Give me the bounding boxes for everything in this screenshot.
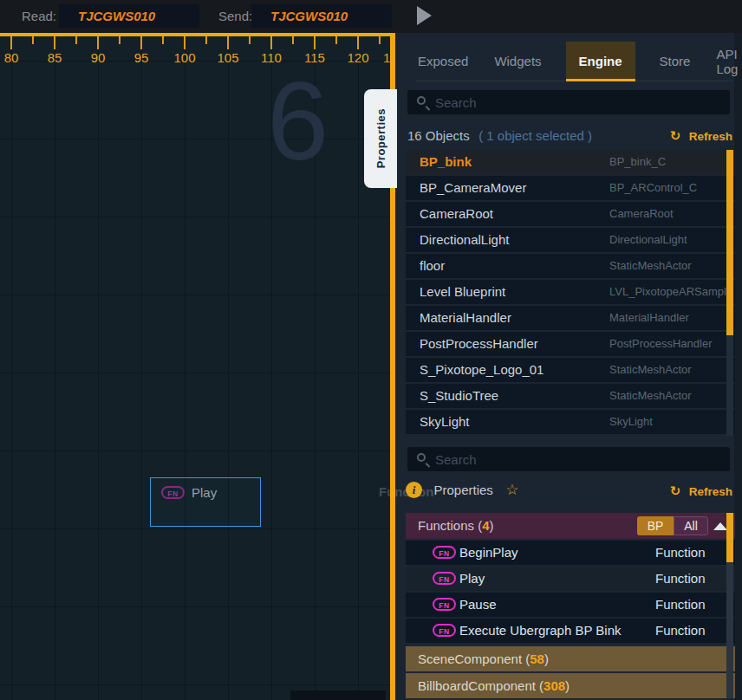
- object-row[interactable]: BP_bink BP_bink_C: [406, 150, 735, 174]
- read-input[interactable]: [59, 4, 199, 28]
- properties-scrollbar[interactable]: [726, 513, 733, 698]
- object-class: PostProcessHandler: [609, 337, 731, 350]
- object-name: PostProcessHandler: [420, 336, 538, 351]
- function-name: Play: [459, 571, 485, 586]
- fn-badge-icon: FN: [433, 598, 456, 611]
- refresh-label: Refresh: [689, 485, 732, 498]
- objects-search[interactable]: [407, 90, 730, 114]
- function-row[interactable]: FN Pause Function: [406, 593, 735, 617]
- object-name: floor: [420, 258, 445, 273]
- function-row[interactable]: FN BeginPlay Function: [406, 541, 735, 565]
- refresh-icon: ↻: [670, 483, 681, 499]
- viewport-border-top: [0, 33, 395, 36]
- ruler-label-clipped: 1: [383, 50, 390, 65]
- tab-engine[interactable]: Engine: [566, 42, 635, 81]
- object-class: CameraRoot: [609, 207, 731, 220]
- objects-refresh-button[interactable]: ↻ Refresh: [670, 128, 732, 144]
- properties-header: i Properties ☆ ↻ Refresh: [406, 481, 733, 503]
- filter-bp-button[interactable]: BP: [637, 516, 674, 535]
- tab-api-log[interactable]: API Log: [714, 42, 739, 81]
- function-type: Function: [655, 597, 706, 612]
- panel-gutter: [734, 33, 742, 700]
- function-row[interactable]: FN Play Function: [406, 567, 735, 591]
- tab-widgets[interactable]: Widgets: [492, 42, 543, 81]
- read-label: Read:: [22, 9, 56, 23]
- collapse-arrow-icon[interactable]: [713, 522, 727, 530]
- object-class: LVL_PixotopeARSample..: [609, 285, 731, 298]
- ruler-label: 105: [217, 50, 238, 65]
- top-bar: Read: Send:: [0, 0, 742, 33]
- object-row[interactable]: floor StaticMeshActor: [406, 254, 735, 278]
- filter-all-button[interactable]: All: [674, 516, 708, 535]
- objects-search-input[interactable]: [435, 90, 721, 114]
- function-row[interactable]: FN Execute Ubergraph BP Bink Function: [406, 619, 735, 643]
- ruler-label: 85: [48, 50, 62, 65]
- tab-store[interactable]: Store: [658, 42, 693, 81]
- object-class: StaticMeshActor: [609, 389, 731, 402]
- tab-exposed[interactable]: Exposed: [416, 42, 470, 81]
- send-input[interactable]: [251, 4, 392, 28]
- billboardcomponent-section-header[interactable]: BillboardComponent (308): [406, 673, 735, 698]
- canvas-play-label: Play: [192, 485, 217, 500]
- fn-badge-icon: FN: [433, 572, 456, 585]
- objects-selected-count: ( 1 object selected ): [478, 128, 592, 143]
- object-row[interactable]: Level Blueprint LVL_PixotopeARSample..: [406, 280, 735, 304]
- fn-badge-icon: FN: [161, 486, 185, 499]
- function-name: BeginPlay: [459, 545, 518, 560]
- canvas-play-widget[interactable]: FN Play: [150, 477, 261, 527]
- object-class: StaticMeshActor: [609, 259, 731, 272]
- function-type: Function: [655, 623, 706, 638]
- section-title: SceneComponent (58): [418, 651, 549, 666]
- engine-panel: Exposed Widgets Engine Store API Log 16 …: [395, 33, 742, 700]
- refresh-label: Refresh: [689, 130, 732, 143]
- ruler-label: 80: [4, 50, 19, 65]
- info-icon[interactable]: i: [406, 482, 422, 498]
- section-count: 308: [543, 678, 565, 693]
- object-row[interactable]: CameraRoot CameraRoot: [406, 202, 735, 226]
- properties-refresh-button[interactable]: ↻ Refresh: [670, 483, 732, 499]
- search-icon: [417, 453, 426, 462]
- functions-section-header[interactable]: Functions (4) BP All: [406, 513, 735, 539]
- object-row[interactable]: SkyLight SkyLight: [406, 410, 735, 434]
- object-name: S_Pixotope_Logo_01: [420, 362, 543, 377]
- object-name: S_StudioTree: [420, 388, 498, 403]
- scenecomponent-section-header[interactable]: SceneComponent (58): [406, 646, 735, 671]
- properties-search[interactable]: [407, 447, 730, 471]
- object-name: MaterialHandler: [420, 310, 511, 325]
- object-row[interactable]: DirectionalLight DirectionalLight: [406, 228, 735, 252]
- ruler-label: 95: [134, 50, 149, 65]
- search-icon: [417, 96, 426, 105]
- star-icon[interactable]: ☆: [505, 481, 518, 498]
- send-label: Send:: [218, 9, 252, 23]
- object-class: StaticMeshActor: [609, 363, 731, 376]
- panel-tabs: Exposed Widgets Engine Store API Log: [416, 42, 733, 81]
- objects-scrollbar-thumb[interactable]: [726, 150, 733, 335]
- viewport-canvas[interactable]: 80 85 90 95 100 105 110 115 120 1 6 FN P…: [0, 36, 390, 700]
- object-row[interactable]: PostProcessHandler PostProcessHandler: [406, 332, 735, 356]
- properties-search-input[interactable]: [435, 447, 721, 471]
- function-name: Pause: [459, 597, 497, 612]
- object-name: SkyLight: [420, 414, 470, 429]
- ruler-label: 90: [91, 50, 106, 65]
- fn-badge-icon: FN: [433, 546, 456, 559]
- object-name: DirectionalLight: [420, 232, 509, 247]
- object-row[interactable]: S_StudioTree StaticMeshActor: [406, 384, 735, 408]
- objects-header: 16 Objects ( 1 object selected ) ↻ Refre…: [407, 128, 733, 147]
- functions-title: Functions (4): [418, 518, 494, 533]
- watermark-digit: 6: [267, 66, 329, 177]
- section-count: 58: [530, 651, 544, 666]
- ruler-label: 100: [173, 50, 195, 65]
- play-icon[interactable]: [417, 6, 432, 25]
- object-name: BP_CameraMover: [420, 180, 526, 195]
- properties-side-tab[interactable]: Properties: [364, 89, 397, 188]
- objects-scrollbar[interactable]: [726, 150, 733, 436]
- object-row[interactable]: S_Pixotope_Logo_01 StaticMeshActor: [406, 358, 735, 382]
- section-title: BillboardComponent (308): [418, 678, 570, 693]
- functions-list: FN BeginPlay Function FN Play Function F…: [406, 541, 735, 645]
- object-row[interactable]: BP_CameraMover BP_ARControl_C: [406, 176, 735, 200]
- properties-scrollbar-thumb[interactable]: [726, 513, 733, 562]
- object-name: Level Blueprint: [420, 284, 505, 299]
- object-row[interactable]: MaterialHandler MaterialHandler: [406, 306, 735, 330]
- object-class: DirectionalLight: [609, 233, 731, 246]
- ruler-minor-ticks: [0, 36, 390, 44]
